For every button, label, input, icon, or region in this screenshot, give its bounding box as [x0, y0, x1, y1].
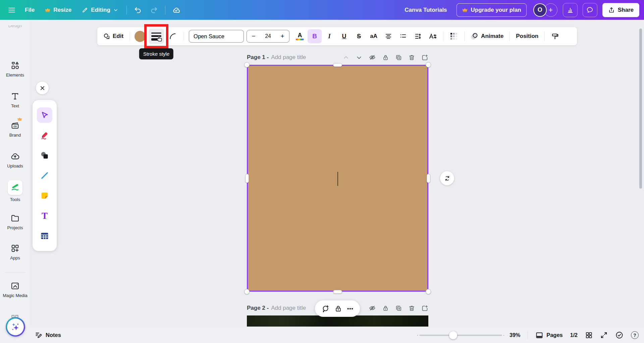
- sidebar-item-brand[interactable]: co Brand: [0, 120, 30, 138]
- resize-handle-bottom[interactable]: [333, 290, 342, 294]
- comments-button[interactable]: [583, 3, 597, 17]
- statusbar-right: 39% Pages 1/2 ?: [419, 331, 639, 339]
- main-menu-button[interactable]: [5, 3, 19, 17]
- table-tool-button[interactable]: [37, 228, 52, 244]
- sidebar-item-projects[interactable]: Projects: [0, 213, 30, 230]
- redo-button[interactable]: [147, 3, 161, 17]
- resize-handle-bottom-left[interactable]: [244, 289, 250, 294]
- edit-label: Edit: [113, 33, 123, 40]
- strikethrough-button[interactable]: S: [352, 29, 366, 43]
- animate-button[interactable]: Animate: [468, 29, 506, 43]
- sidebar-item-magic-media[interactable]: Magic Media: [0, 281, 30, 298]
- pages-view-button[interactable]: Pages: [535, 331, 563, 339]
- rotate-handle[interactable]: [440, 171, 454, 185]
- sidebar-item-elements[interactable]: Elements: [0, 60, 30, 78]
- resize-handle-bottom-right[interactable]: [426, 289, 431, 294]
- text-align-button[interactable]: [381, 29, 395, 43]
- table-icon: [40, 231, 49, 241]
- sidebar-item-uploads[interactable]: Uploads: [0, 151, 30, 168]
- duplicate-page-button[interactable]: [395, 305, 402, 312]
- draw-tool-button[interactable]: [37, 128, 52, 143]
- move-page-down-button[interactable]: [356, 54, 363, 61]
- line-tool-button[interactable]: [37, 168, 52, 183]
- position-button[interactable]: Position: [513, 29, 541, 43]
- select-tool-button[interactable]: [37, 107, 52, 123]
- close-tools-button[interactable]: [36, 82, 49, 94]
- hide-page-button[interactable]: [369, 304, 376, 312]
- page1-canvas[interactable]: [247, 65, 428, 292]
- add-page-button[interactable]: [421, 305, 428, 312]
- font-family-select[interactable]: Open Sauce: [189, 30, 244, 43]
- add-comment-button[interactable]: [321, 305, 329, 313]
- upgrade-plan-button[interactable]: Upgrade your plan: [457, 3, 527, 17]
- transparency-button[interactable]: [447, 29, 461, 43]
- sidebar-item-design[interactable]: Design: [0, 25, 30, 30]
- line-spacing-button[interactable]: [411, 29, 425, 43]
- underline-button[interactable]: U: [337, 29, 351, 43]
- rotate-icon: [444, 175, 451, 182]
- font-settings-button[interactable]: [426, 29, 440, 43]
- font-size-value[interactable]: 24: [260, 30, 276, 42]
- border-rounding-button[interactable]: [166, 29, 180, 43]
- resize-handle-right[interactable]: [427, 174, 430, 183]
- help-button[interactable]: ?: [631, 331, 639, 339]
- text-color-letter: A: [298, 33, 302, 38]
- add-page-button[interactable]: [421, 54, 428, 61]
- page1-title-placeholder[interactable]: Add page title: [271, 54, 306, 61]
- top-bar: File Resize Editing Canva Tutorials Upgr…: [0, 0, 644, 20]
- copy-style-button[interactable]: [548, 29, 562, 43]
- grid-view-button[interactable]: [585, 331, 593, 339]
- vertical-scrollbar[interactable]: [639, 29, 642, 189]
- bullet-list-button[interactable]: [396, 29, 410, 43]
- italic-button[interactable]: I: [322, 29, 336, 43]
- font-size-increase-button[interactable]: +: [276, 30, 289, 42]
- sidebar-item-apps[interactable]: Apps: [0, 243, 30, 260]
- page2-title-placeholder[interactable]: Add page title: [271, 305, 306, 311]
- edit-image-button[interactable]: Edit: [101, 29, 126, 43]
- resize-button[interactable]: Resize: [41, 3, 75, 17]
- resize-handle-left[interactable]: [245, 174, 249, 183]
- avatar[interactable]: O: [533, 3, 547, 17]
- resize-handle-top-right[interactable]: [426, 62, 431, 67]
- delete-page-button[interactable]: [408, 54, 415, 61]
- sticky-note-tool-button[interactable]: [37, 188, 52, 203]
- notes-button[interactable]: Notes: [35, 331, 61, 339]
- hand-cursor-icon: [155, 35, 163, 43]
- page2-canvas[interactable]: [247, 315, 428, 327]
- zoom-level[interactable]: 39%: [509, 332, 520, 338]
- lock-page-button[interactable]: [382, 54, 389, 61]
- fullscreen-button[interactable]: [600, 331, 608, 339]
- resize-handle-top[interactable]: [333, 63, 342, 67]
- undo-button[interactable]: [131, 3, 145, 17]
- context-toolbar: Edit Stroke style Open Sauce − 24 + A B …: [97, 27, 577, 45]
- shapes-tool-button[interactable]: [37, 148, 52, 163]
- zoom-slider[interactable]: [419, 331, 502, 339]
- canva-assistant-button[interactable]: [6, 317, 25, 337]
- sidebar-item-text[interactable]: Text: [0, 91, 30, 108]
- text-case-button[interactable]: aA: [367, 29, 381, 43]
- lock-page-button[interactable]: [382, 305, 389, 312]
- hide-page-button[interactable]: [369, 54, 376, 61]
- stroke-style-button[interactable]: [149, 29, 164, 44]
- share-button[interactable]: Share: [602, 3, 639, 17]
- move-page-up-button[interactable]: [342, 54, 350, 61]
- pages-icon: [535, 331, 543, 339]
- document-title[interactable]: Canva Tutorials: [405, 7, 447, 13]
- zoom-slider-thumb[interactable]: [449, 331, 457, 339]
- text-tool-button[interactable]: T: [37, 208, 52, 224]
- editing-mode-dropdown[interactable]: Editing: [77, 3, 122, 17]
- lock-button[interactable]: [334, 305, 342, 312]
- insights-button[interactable]: [563, 3, 578, 17]
- paint-roller-icon: [551, 33, 559, 40]
- more-options-button[interactable]: •••: [347, 306, 354, 311]
- delete-page-button[interactable]: [408, 305, 415, 312]
- resize-handle-top-left[interactable]: [244, 62, 250, 67]
- text-color-button[interactable]: A: [293, 29, 307, 43]
- fill-color-swatch[interactable]: [135, 31, 146, 42]
- duplicate-page-button[interactable]: [395, 54, 402, 61]
- saved-check-button[interactable]: [615, 331, 624, 339]
- font-size-decrease-button[interactable]: −: [247, 30, 260, 42]
- sidebar-item-tools[interactable]: Tools: [0, 180, 30, 202]
- file-menu-button[interactable]: File: [21, 3, 39, 17]
- bold-button[interactable]: B: [308, 29, 322, 43]
